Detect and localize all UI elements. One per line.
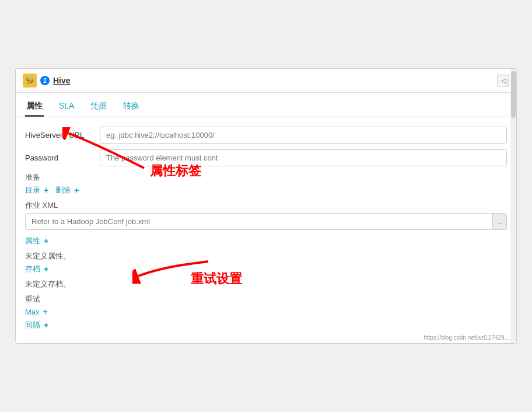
panel-header: 🐝 2 Hive ◁ bbox=[16, 69, 516, 93]
interval-plus[interactable]: + bbox=[44, 320, 48, 330]
interval-row: 间隔 + bbox=[25, 320, 507, 330]
password-input[interactable] bbox=[100, 149, 507, 166]
close-button[interactable]: ◁ bbox=[498, 75, 509, 86]
prepare-label: 准备 bbox=[25, 172, 507, 183]
hiveserver2-row: HiveServer2 URL bbox=[25, 127, 507, 144]
max-link[interactable]: Max bbox=[25, 308, 40, 316]
watermark: https://blog.csdn.net/wd127429... bbox=[424, 334, 509, 341]
scrollbar[interactable] bbox=[510, 69, 516, 343]
tab-transform[interactable]: 转换 bbox=[122, 97, 141, 117]
properties-row: 属性 + bbox=[25, 236, 507, 246]
tab-attributes[interactable]: 属性 bbox=[25, 97, 44, 117]
no-files-label: 未定义存档。 bbox=[25, 279, 507, 289]
max-row: Max + bbox=[25, 307, 507, 316]
directory-plus[interactable]: + bbox=[44, 186, 48, 195]
tab-sla[interactable]: SLA bbox=[58, 97, 75, 117]
files-plus[interactable]: + bbox=[44, 264, 48, 274]
tab-credentials[interactable]: 凭据 bbox=[89, 97, 108, 117]
job-xml-row: .. bbox=[25, 213, 507, 230]
interval-link[interactable]: 间隔 bbox=[25, 320, 40, 330]
hive-panel: 🐝 2 Hive ◁ 属性 SLA 凭据 转换 HiveServer2 URL … bbox=[15, 68, 517, 344]
panel-body: HiveServer2 URL Password 准备 目录 + 删除 + 作业… bbox=[16, 117, 516, 343]
job-xml-input[interactable] bbox=[26, 214, 492, 229]
files-link[interactable]: 存档 bbox=[25, 264, 40, 274]
panel-title-area: 🐝 2 Hive bbox=[23, 74, 71, 88]
tab-bar: 属性 SLA 凭据 转换 bbox=[16, 93, 516, 117]
password-row: Password bbox=[25, 149, 507, 166]
job-xml-label: 作业 XML bbox=[25, 200, 507, 211]
scrollbar-thumb[interactable] bbox=[511, 71, 516, 118]
hiveserver2-input[interactable] bbox=[100, 127, 507, 144]
job-xml-input-group: .. bbox=[25, 213, 507, 230]
no-properties-label: 未定义属性。 bbox=[25, 251, 507, 261]
directory-row: 目录 + 删除 + bbox=[25, 185, 507, 195]
password-label: Password bbox=[25, 153, 95, 162]
panel-title: Hive bbox=[53, 76, 71, 85]
retry-label: 重试 bbox=[25, 294, 507, 305]
directory-link[interactable]: 目录 bbox=[25, 185, 40, 195]
delete-link[interactable]: 删除 bbox=[55, 185, 71, 195]
properties-plus[interactable]: + bbox=[44, 236, 48, 246]
max-plus[interactable]: + bbox=[43, 307, 48, 316]
files-row: 存档 + bbox=[25, 264, 507, 274]
hive-icon: 🐝 bbox=[23, 74, 37, 88]
properties-link[interactable]: 属性 bbox=[25, 236, 40, 246]
delete-plus[interactable]: + bbox=[74, 186, 79, 195]
job-xml-browse-button[interactable]: .. bbox=[492, 214, 506, 229]
badge: 2 bbox=[40, 76, 50, 85]
hiveserver2-label: HiveServer2 URL bbox=[25, 131, 95, 139]
